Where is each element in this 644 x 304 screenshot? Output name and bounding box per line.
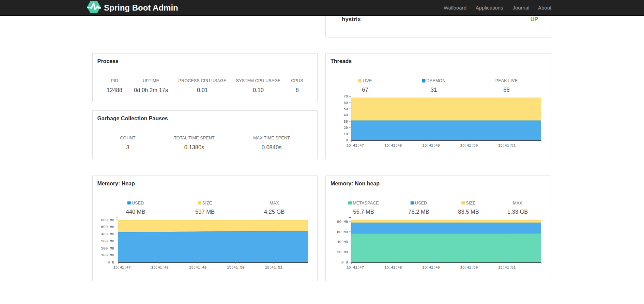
svg-text:15:41:48: 15:41:48 (384, 265, 401, 270)
svg-text:15:41:50: 15:41:50 (460, 265, 477, 270)
svg-text:600 MB: 600 MB (101, 218, 114, 222)
svg-text:60: 60 (343, 101, 348, 105)
svg-text:15:41:50: 15:41:50 (227, 265, 244, 270)
svg-text:15:41:47: 15:41:47 (113, 265, 131, 270)
svg-text:15:41:49: 15:41:49 (189, 265, 206, 270)
svg-text:50: 50 (343, 107, 348, 111)
svg-text:200 MB: 200 MB (101, 246, 114, 250)
svg-text:15:41:47: 15:41:47 (346, 143, 364, 148)
svg-text:500 MB: 500 MB (101, 225, 114, 229)
svg-text:100 MB: 100 MB (101, 253, 114, 257)
svg-text:15:41:47: 15:41:47 (346, 265, 364, 270)
svg-text:40 MB: 40 MB (337, 240, 348, 244)
svg-text:70: 70 (343, 94, 348, 98)
svg-text:0 B: 0 B (108, 260, 114, 264)
svg-text:15:41:48: 15:41:48 (384, 143, 401, 148)
svg-text:15:41:48: 15:41:48 (151, 265, 168, 270)
svg-text:60 MB: 60 MB (337, 230, 348, 234)
svg-text:30: 30 (343, 120, 348, 124)
svg-text:20: 20 (343, 126, 348, 130)
svg-text:15:41:49: 15:41:49 (422, 265, 440, 270)
svg-text:0: 0 (346, 138, 348, 142)
svg-text:15:41:51: 15:41:51 (498, 265, 516, 270)
svg-text:0 B: 0 B (341, 260, 348, 264)
svg-text:10: 10 (343, 132, 348, 136)
svg-text:15:41:49: 15:41:49 (422, 143, 440, 148)
svg-text:20 MB: 20 MB (337, 250, 348, 254)
svg-text:40: 40 (343, 113, 348, 117)
svg-text:400 MB: 400 MB (101, 232, 114, 236)
svg-text:300 MB: 300 MB (101, 239, 114, 243)
svg-text:15:41:51: 15:41:51 (265, 265, 282, 270)
svg-text:15:41:51: 15:41:51 (498, 143, 516, 148)
svg-text:80 MB: 80 MB (337, 220, 348, 224)
svg-text:15:41:50: 15:41:50 (460, 143, 477, 148)
